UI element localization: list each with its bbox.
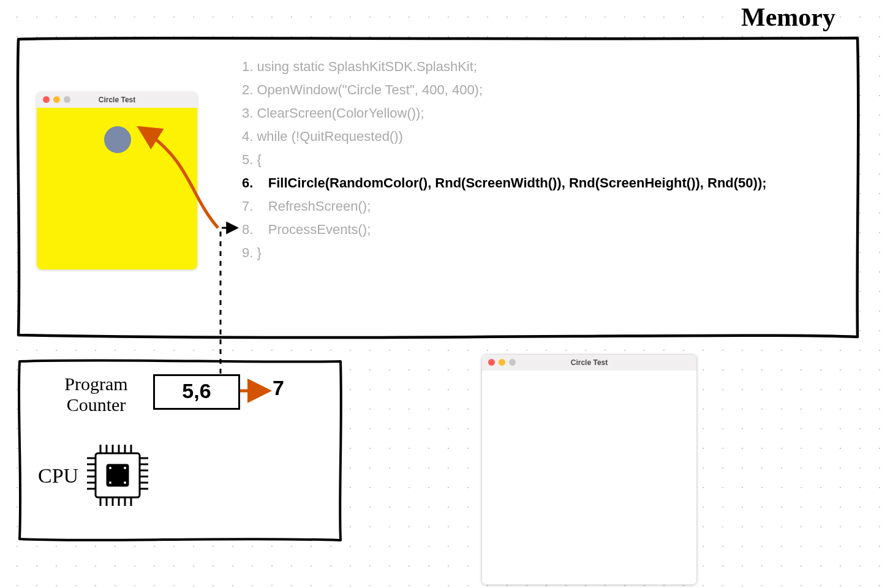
cpu-chip-icon: [81, 439, 154, 512]
code-line-4: 4. while (!QuitRequested()): [242, 125, 767, 148]
cpu-label: CPU: [38, 464, 78, 488]
mini-window-yellow-canvas: [37, 108, 197, 270]
svg-point-2: [109, 467, 111, 469]
program-counter-label-line1: Program: [44, 374, 148, 394]
mini-window-blank-canvas: [482, 371, 696, 584]
code-line-5: 5. {: [242, 148, 767, 172]
mini-window-blank: Circle Test: [481, 354, 697, 585]
program-counter-label: Program Counter: [44, 374, 148, 415]
pc-to-code-dashed-arrow: [221, 228, 236, 374]
program-counter-value: 5,6: [182, 379, 211, 402]
code-line-9: 9. }: [242, 241, 767, 265]
mini-window-yellow: Circle Test: [37, 92, 197, 270]
program-counter-next: 7: [273, 376, 284, 400]
code-line-6-active: 6. FillCircle(RandomColor(), Rnd(ScreenW…: [242, 172, 767, 195]
code-line-8: 8. ProcessEvents();: [242, 218, 767, 241]
mini-window-yellow-title: Circle Test: [37, 92, 197, 108]
mini-window-blank-title: Circle Test: [482, 355, 696, 371]
memory-label: Memory: [741, 2, 835, 32]
drawn-circle: [104, 126, 131, 153]
mini-window-yellow-titlebar: Circle Test: [37, 92, 197, 108]
code-line-1: 1. using static SplashKitSDK.SplashKit;: [242, 55, 767, 78]
mini-window-blank-titlebar: Circle Test: [482, 355, 696, 371]
code-listing: 1. using static SplashKitSDK.SplashKit; …: [242, 55, 767, 265]
code-line-7: 7. RefreshScreen();: [242, 195, 767, 218]
program-counter-label-line2: Counter: [44, 394, 148, 415]
svg-point-4: [109, 481, 111, 484]
svg-point-5: [124, 481, 126, 484]
code-line-3: 3. ClearScreen(ColorYellow());: [242, 102, 767, 125]
program-counter-value-box: 5,6: [153, 374, 240, 410]
svg-point-3: [124, 467, 126, 469]
code-line-2: 2. OpenWindow("Circle Test", 400, 400);: [242, 78, 767, 102]
